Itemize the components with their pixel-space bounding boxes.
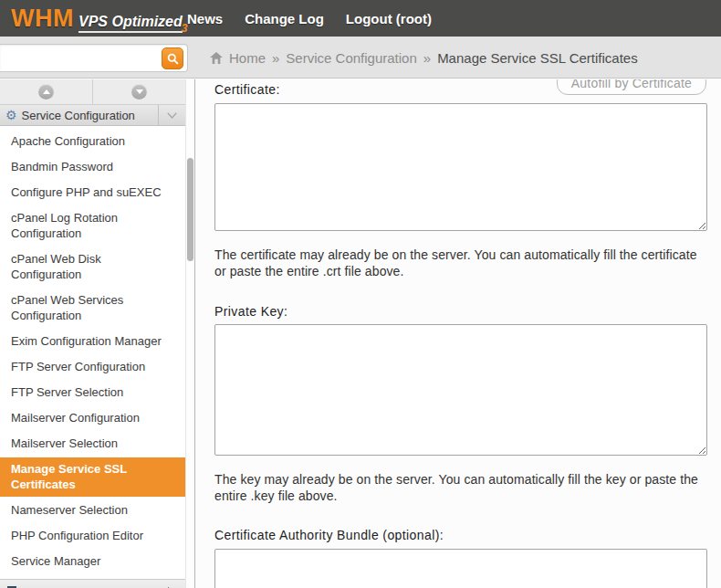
sidebar: ⚙ Service Configuration Apache Configura… <box>0 79 195 588</box>
whm-logo[interactable]: WHM VPS Optimized 3 <box>11 5 188 33</box>
top-bar: WHM VPS Optimized 3 News Change Log Logo… <box>0 0 721 37</box>
sidebar-item-cpanel-log-rotation[interactable]: cPanel Log Rotation Configuration <box>11 210 174 241</box>
sidebar-nav-list: Apache Configuration Bandmin Password Co… <box>0 126 185 569</box>
breadcrumb-separator: » <box>423 50 431 66</box>
private-key-label: Private Key: <box>214 305 707 319</box>
breadcrumb-service-configuration[interactable]: Service Configuration <box>286 50 416 66</box>
autofill-by-certificate-button[interactable]: Autofill by Certificate <box>557 79 706 95</box>
sidebar-section-label: Service Configuration <box>22 109 135 122</box>
sidebar-scrollbar[interactable] <box>185 79 194 588</box>
sidebar-section-locales[interactable]: Locales <box>0 579 185 588</box>
sidebar-item-manage-service-ssl-certificates[interactable]: Manage Service SSL Certificates <box>0 457 185 497</box>
home-icon <box>210 52 223 64</box>
whm-logo-edition: VPS Optimized <box>78 14 183 33</box>
search-button[interactable] <box>162 47 183 69</box>
header-strip: Home » Service Configuration » Manage Se… <box>0 37 721 79</box>
sidebar-scroll-up-button[interactable] <box>0 79 92 105</box>
sidebar-item-ftp-server-configuration[interactable]: FTP Server Configuration <box>11 359 174 374</box>
sidebar-item-bandmin-password[interactable]: Bandmin Password <box>11 159 174 174</box>
certificate-help-text: The certificate may already be on the se… <box>214 247 703 279</box>
nav-news[interactable]: News <box>187 11 223 26</box>
chevron-down-icon <box>167 112 177 119</box>
search-input[interactable] <box>4 46 157 70</box>
arrow-up-icon <box>38 84 54 100</box>
search-icon <box>167 53 179 65</box>
sidebar-item-apache-configuration[interactable]: Apache Configuration <box>11 133 174 149</box>
sidebar-item-configure-php-suexec[interactable]: Configure PHP and suEXEC <box>11 184 174 200</box>
sidebar-item-cpanel-web-services[interactable]: cPanel Web Services Configuration <box>11 292 174 323</box>
breadcrumb-separator: » <box>272 50 279 66</box>
top-nav: News Change Log Logout (root) <box>187 0 432 37</box>
sidebar-item-mailserver-configuration[interactable]: Mailserver Configuration <box>11 410 174 425</box>
sidebar-item-cpanel-web-disk[interactable]: cPanel Web Disk Configuration <box>11 251 174 282</box>
collapse-section-button[interactable] <box>158 105 185 125</box>
sidebar-item-exim-configuration-manager[interactable]: Exim Configuration Manager <box>11 333 174 349</box>
nav-logout[interactable]: Logout (root) <box>346 11 432 26</box>
sidebar-scrollbar-thumb[interactable] <box>187 158 193 261</box>
breadcrumb: Home » Service Configuration » Manage Se… <box>210 37 638 79</box>
ca-bundle-textarea[interactable] <box>214 549 707 588</box>
whm-logo-text: WHM <box>11 5 74 33</box>
sidebar-scroll-down-button[interactable] <box>92 79 185 105</box>
sidebar-section-service-configuration[interactable]: ⚙ Service Configuration <box>0 105 185 126</box>
nav-change-log[interactable]: Change Log <box>245 11 324 26</box>
search-box <box>0 44 188 72</box>
sidebar-item-php-configuration-editor[interactable]: PHP Configuration Editor <box>11 528 174 543</box>
private-key-help-text: The key may already be on the server. Yo… <box>214 471 703 504</box>
sidebar-item-nameserver-selection[interactable]: Nameserver Selection <box>11 502 174 518</box>
sidebar-item-mailserver-selection[interactable]: Mailserver Selection <box>11 436 174 451</box>
private-key-textarea[interactable] <box>214 324 707 456</box>
main-content: Autofill by Certificate Certificate: The… <box>196 79 721 588</box>
sidebar-scroll-buttons <box>0 79 185 105</box>
sidebar-item-service-manager[interactable]: Service Manager <box>11 553 174 569</box>
breadcrumb-current: Manage Service SSL Certificates <box>437 50 638 66</box>
certificate-textarea[interactable] <box>214 103 707 231</box>
sidebar-section-label: Locales <box>26 585 68 588</box>
breadcrumb-home[interactable]: Home <box>229 50 266 66</box>
gear-icon: ⚙ <box>5 109 17 121</box>
ca-bundle-label: Certificate Authority Bundle (optional): <box>214 529 707 542</box>
sidebar-item-ftp-server-selection[interactable]: FTP Server Selection <box>11 384 174 400</box>
arrow-down-icon <box>131 84 147 100</box>
